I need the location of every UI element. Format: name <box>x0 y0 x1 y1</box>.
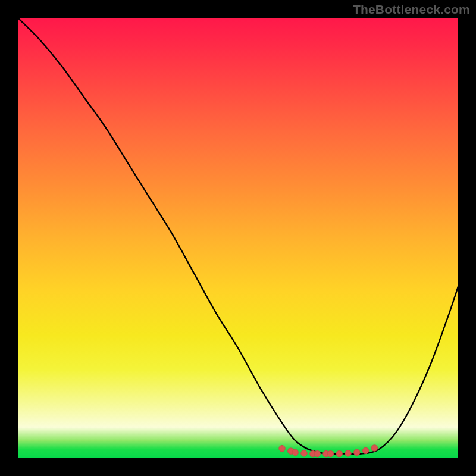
highlight-dot <box>336 450 342 456</box>
highlight-dot <box>301 450 307 456</box>
chart-frame: TheBottleneck.com <box>0 0 476 476</box>
highlight-dot <box>345 450 351 456</box>
highlight-dot <box>292 449 298 455</box>
bottleneck-curve-svg <box>18 18 458 458</box>
highlight-dot <box>371 445 377 451</box>
plot-area <box>18 18 458 458</box>
highlight-dot <box>314 450 320 456</box>
bottleneck-curve-path <box>18 18 458 454</box>
watermark-text: TheBottleneck.com <box>353 2 470 17</box>
highlight-dot <box>327 450 333 456</box>
highlight-dot <box>354 449 360 455</box>
highlight-dot <box>279 446 285 452</box>
highlight-dot <box>362 447 368 453</box>
highlight-dots-group <box>279 445 378 457</box>
